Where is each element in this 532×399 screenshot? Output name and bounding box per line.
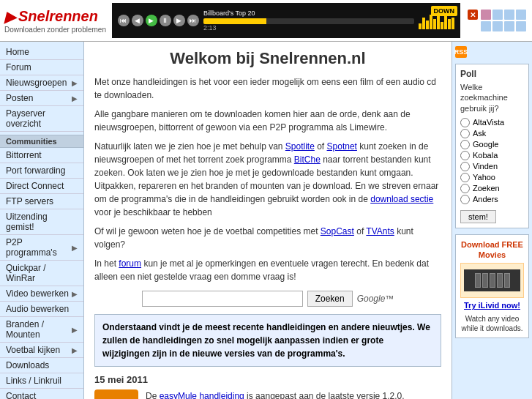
spotnet-link[interactable]: Spotnet <box>327 141 357 152</box>
player-next-button[interactable]: ⏭ <box>187 15 199 26</box>
poll-radio-altavista[interactable] <box>460 118 470 127</box>
poll-option-google: Google <box>460 140 524 149</box>
eq-bar-3 <box>426 20 429 29</box>
film-cell-2 <box>482 273 488 288</box>
poll-radio-vinden[interactable] <box>460 162 470 171</box>
down-badge: DOWN <box>431 6 458 16</box>
sidebar-item-video-bewerken[interactable]: Video bewerken ▶ <box>0 286 83 302</box>
intro-p3: Natuurlijk laten we je zien hoe je met b… <box>94 140 441 219</box>
sidebar-item-bittorrent[interactable]: Bittorrent <box>0 148 83 163</box>
news-item-1-text: De easyMule handleiding is aangepast aan… <box>146 389 441 399</box>
sidebar-item-branden[interactable]: Branden / Mounten ▶ <box>0 317 83 343</box>
player-prev-button[interactable]: ⏮ <box>118 15 130 26</box>
chevron-right-icon: ▶ <box>72 94 78 102</box>
player-progress-fill <box>203 18 266 24</box>
sidebar-item-payserver[interactable]: Payserver overzicht <box>0 106 83 132</box>
sidebar-item-posten[interactable]: Posten ▶ <box>0 91 83 106</box>
rss-icon: RSS <box>455 46 467 58</box>
close-icon[interactable]: ✕ <box>468 10 478 20</box>
poll-radio-ask[interactable] <box>460 129 470 138</box>
sidebar-label-port-forwarding: Port forwarding <box>6 165 65 176</box>
player-forward-button[interactable]: ▶ <box>173 15 185 26</box>
player-time: 2:13 <box>203 24 414 31</box>
player-progress-bar[interactable] <box>203 18 414 24</box>
download-image <box>460 263 524 298</box>
poll-option-ask: Ask <box>460 129 524 138</box>
download-link[interactable]: Try iLivid now! <box>460 301 524 310</box>
sidebar-label-audio-bewerken: Audio bewerken <box>6 304 69 314</box>
poll-option-altavista: AltaVista <box>460 118 524 127</box>
download-sectie-link[interactable]: download sectie <box>370 194 433 204</box>
google-label: Google™ <box>357 294 394 304</box>
sidebar-label-bittorrent: Bittorrent <box>6 150 42 160</box>
poll-question: Welke zoekmachine gebruik jij? <box>460 82 524 113</box>
sidebar-item-downloads[interactable]: Downloads <box>0 358 83 373</box>
film-strip <box>464 269 520 291</box>
easymule-link[interactable]: easyMule handleiding <box>160 391 244 399</box>
search-input[interactable] <box>142 291 303 307</box>
poll-submit-button[interactable]: stem! <box>460 210 496 223</box>
download-box: Download FREE Movies Try iLivid now! Wat… <box>455 234 529 339</box>
player-play-button[interactable]: ▶ <box>146 15 157 26</box>
sidebar-label-contact: Contact <box>6 391 36 399</box>
sidebar-item-links[interactable]: Links / Linkruil <box>0 373 83 389</box>
logo-icon: ▶ <box>4 8 15 26</box>
icon-8[interactable] <box>516 21 526 31</box>
sidebar-label-direct-connect: Direct Connect <box>6 181 64 191</box>
intro-p5: In het forum kun je met al je opmerkinge… <box>94 257 441 283</box>
bitche-link[interactable]: BitChe <box>294 154 321 165</box>
player-info: Billboard's Top 20 2:13 <box>203 10 414 31</box>
icon-3[interactable] <box>504 10 514 20</box>
logo: ▶ Snelrennen <box>4 8 106 26</box>
media-player: ⏮ ◀ ▶ ⏸ ▶ ⏭ Billboard's Top 20 2:13 <box>112 3 460 38</box>
sidebar-label-ftp-servers: FTP servers <box>6 196 53 206</box>
sidebar-item-home[interactable]: Home <box>0 45 83 60</box>
sidebar-item-port-forwarding[interactable]: Port forwarding <box>0 163 83 179</box>
sidebar-item-quickpar[interactable]: Quickpar / WinRar <box>0 261 83 286</box>
icon-1[interactable] <box>481 10 491 20</box>
sidebar-item-nieuwsgroepen[interactable]: Nieuwsgroepen ▶ <box>0 75 83 91</box>
sidebar-item-ftp-servers[interactable]: FTP servers <box>0 194 83 209</box>
player-controls: ⏮ ◀ ▶ ⏸ ▶ ⏭ <box>118 15 199 26</box>
sidebar-item-direct-connect[interactable]: Direct Connect <box>0 179 83 194</box>
poll-option-vinden: Vinden <box>460 162 524 171</box>
sidebar-item-forum[interactable]: Forum <box>0 60 83 75</box>
eq-bar-4 <box>430 15 432 29</box>
icon-7[interactable] <box>504 21 514 31</box>
chevron-right-icon: ▶ <box>72 346 78 354</box>
news-box: Onderstaand vindt je de meest recente ha… <box>94 314 441 367</box>
icon-6[interactable] <box>492 21 503 31</box>
news-box-text: Onderstaand vindt je de meest recente ha… <box>102 322 430 359</box>
spotlite-link[interactable]: Spotlite <box>285 141 315 152</box>
intro-p1: Met onze handleidingen is het voor een i… <box>94 75 441 102</box>
search-button[interactable]: Zoeken <box>307 291 353 307</box>
sopcast-link[interactable]: SopCast <box>321 226 354 236</box>
sidebar-item-voetbal[interactable]: Voetbal kijken ▶ <box>0 343 83 358</box>
intro-p4: Of wil je gewoon weten hoe je de voetbal… <box>94 225 441 251</box>
sidebar-label-posten: Posten <box>6 93 33 103</box>
chevron-right-icon: ▶ <box>72 79 78 87</box>
sidebar-item-uitzending[interactable]: Uitzending gemist! <box>0 209 83 235</box>
poll-radio-kobala[interactable] <box>460 151 470 160</box>
icon-5[interactable] <box>481 21 491 31</box>
logo-name: Snelrennen <box>18 8 98 25</box>
poll-radio-yahoo[interactable] <box>460 173 470 182</box>
sidebar-item-audio-bewerken[interactable]: Audio bewerken <box>0 302 83 317</box>
film-cell-4 <box>497 273 503 288</box>
sidebar-label-nieuwsgroepen: Nieuwsgroepen <box>6 78 67 88</box>
poll-radio-zoeken[interactable] <box>460 184 470 193</box>
player-pause-button[interactable]: ⏸ <box>160 15 171 26</box>
icon-2[interactable] <box>492 10 503 20</box>
poll-radio-anders[interactable] <box>460 195 470 204</box>
sidebar-item-contact[interactable]: Contact <box>0 389 83 399</box>
header: ▶ Snelrennen Downloaden zonder problemen… <box>0 0 532 42</box>
player-rewind-button[interactable]: ◀ <box>132 15 143 26</box>
icon-4[interactable] <box>516 10 526 20</box>
poll-option-yahoo: Yahoo <box>460 173 524 182</box>
tvants-link[interactable]: TVAnts <box>366 226 394 236</box>
easymule-logo: easy Mule <box>94 389 138 399</box>
poll-radio-google[interactable] <box>460 140 470 149</box>
forum-link[interactable]: forum <box>119 258 141 269</box>
sidebar-label-uitzending: Uitzending gemist! <box>6 212 78 232</box>
sidebar-item-p2p[interactable]: P2P programma's ▶ <box>0 235 83 261</box>
